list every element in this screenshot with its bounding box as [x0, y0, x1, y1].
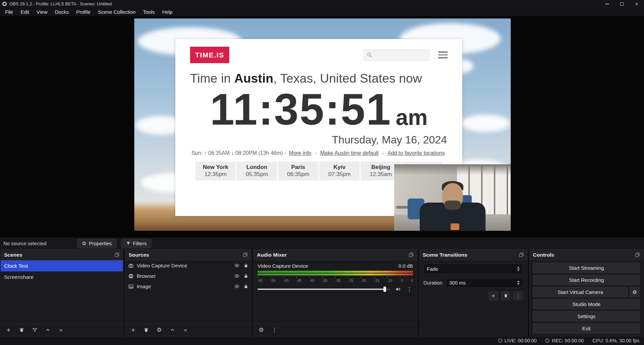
mixer-level-db: 0.0 dB	[399, 263, 413, 269]
obs-window: OBS 29.1.2 - Profile: LLHLS BETA - Scene…	[0, 0, 644, 345]
add-source-button[interactable]	[129, 327, 137, 334]
remove-source-button[interactable]	[142, 327, 150, 334]
controls-dock: Controls Start Streaming Start Recording…	[529, 249, 644, 336]
exit-button[interactable]: Exit	[533, 323, 640, 334]
meter-tick-marks	[258, 276, 413, 278]
lock-icon[interactable]	[244, 273, 248, 278]
settings-button[interactable]: Settings	[533, 311, 640, 321]
controls-dock-title: Controls	[533, 252, 635, 258]
properties-button[interactable]: ⚙ Properties	[77, 239, 117, 248]
source-toolbar: No source selected ⚙ Properties Filters	[0, 238, 644, 249]
chevron-up-down-icon	[517, 267, 520, 271]
scene-item-clock-test[interactable]: Clock Test	[1, 260, 123, 271]
preview-canvas[interactable]: TIME.IS Time in Austin, Texas, United St…	[134, 18, 511, 231]
status-bar: LIVE: 00:00:00 REC: 00:00:00 CPU: 0.6%, …	[0, 336, 644, 345]
source-item-image[interactable]: Image	[125, 281, 251, 292]
virtual-camera-config-gear-icon[interactable]: ⚙	[630, 287, 640, 297]
source-properties-button[interactable]: ⚙	[155, 327, 163, 334]
remove-transition-button[interactable]	[501, 291, 511, 300]
rec-status-icon	[545, 339, 549, 343]
menu-file[interactable]: File	[1, 9, 17, 15]
menu-profile[interactable]: Profile	[73, 9, 94, 15]
webcam-overlay[interactable]	[394, 164, 511, 231]
move-source-down-button[interactable]	[182, 327, 189, 334]
page-title: Time in Austin, Texas, United States now	[190, 72, 448, 86]
scene-item-screenshare[interactable]: Screenshare	[1, 271, 123, 283]
speaker-icon[interactable]	[394, 286, 402, 293]
obs-logo-icon	[2, 1, 7, 6]
channel-menu-dots-icon[interactable]: ⋮	[406, 286, 413, 293]
volume-slider-handle[interactable]	[383, 287, 386, 292]
clock-time: 11:35:51	[210, 86, 392, 133]
lock-icon[interactable]	[244, 263, 248, 268]
menu-tools[interactable]: Tools	[139, 9, 158, 15]
clock-ampm: am	[396, 106, 427, 128]
move-scene-down-button[interactable]	[57, 327, 64, 334]
make-default-link[interactable]: Make Austin time default	[320, 150, 379, 156]
duration-label: Duration	[423, 280, 443, 286]
add-transition-button[interactable]	[489, 291, 498, 300]
maximize-button[interactable]	[614, 0, 629, 8]
world-clock-london[interactable]: London 05:35pm	[237, 162, 277, 180]
site-search-box[interactable]	[364, 49, 429, 61]
rec-status: REC: 00:00:00	[545, 338, 584, 343]
start-streaming-button[interactable]: Start Streaming	[533, 263, 640, 273]
source-item-browser[interactable]: Browser	[125, 271, 251, 281]
scene-filters-button[interactable]	[31, 327, 38, 334]
search-input[interactable]	[374, 52, 441, 58]
minimize-button[interactable]	[600, 0, 614, 8]
visibility-eye-icon[interactable]	[234, 284, 240, 289]
menu-edit[interactable]: Edit	[17, 9, 33, 15]
person-beard	[445, 201, 461, 210]
menu-scene-collection[interactable]: Scene Collection	[94, 9, 140, 15]
city-name: Austin	[234, 72, 273, 85]
dock-popout-icon[interactable]	[114, 252, 120, 257]
audio-mixer-dock: Audio Mixer Video Capture Device 0.0 dB …	[253, 249, 417, 336]
menu-help[interactable]: Help	[158, 9, 176, 15]
scenes-dock-title: Scenes	[4, 252, 114, 258]
dock-popout-icon[interactable]	[519, 252, 524, 257]
move-scene-up-button[interactable]	[44, 327, 51, 334]
visibility-eye-icon[interactable]	[234, 273, 240, 278]
start-recording-button[interactable]: Start Recording	[533, 275, 640, 285]
menu-docks[interactable]: Docks	[51, 9, 73, 15]
hamburger-menu-icon[interactable]	[438, 51, 448, 58]
visibility-eye-icon[interactable]	[234, 263, 240, 268]
move-source-up-button[interactable]	[169, 327, 176, 334]
more-info-link[interactable]: More info	[289, 150, 312, 156]
docks-row: Scenes Clock Test Screenshare	[0, 249, 644, 336]
start-virtual-camera-button[interactable]: Start Virtual Camera	[533, 287, 628, 297]
add-scene-button[interactable]	[5, 327, 12, 334]
cloud-decoration	[461, 115, 510, 132]
lock-icon[interactable]	[244, 284, 248, 289]
advanced-audio-properties-button[interactable]: ⚙	[258, 327, 265, 334]
add-favorite-link[interactable]: Add to favorite locations	[387, 150, 445, 156]
menu-view[interactable]: View	[33, 9, 51, 15]
world-clock-kyiv[interactable]: Kyiv 07:35pm	[319, 162, 360, 180]
preview-area: TIME.IS Time in Austin, Texas, United St…	[0, 16, 644, 238]
mixer-menu-dots-icon[interactable]: ⋮	[271, 327, 278, 334]
duration-spinbox[interactable]: 300 ms	[446, 277, 523, 288]
close-button[interactable]: ✕	[629, 0, 644, 8]
scenes-dock: Scenes Clock Test Screenshare	[0, 249, 123, 336]
audio-mixer-dock-title: Audio Mixer	[257, 252, 409, 258]
transition-select[interactable]: Fade	[423, 264, 523, 274]
filters-button[interactable]: Filters	[121, 239, 151, 248]
remove-scene-button[interactable]	[18, 327, 25, 334]
dock-popout-icon[interactable]	[409, 252, 414, 257]
transition-menu-dots-icon[interactable]: ⋮	[513, 291, 523, 300]
title-bar: OBS 29.1.2 - Profile: LLHLS BETA - Scene…	[0, 0, 644, 8]
volume-slider[interactable]	[258, 289, 390, 290]
world-clock-new-york[interactable]: New York 12:35pm	[195, 162, 236, 180]
world-clock-paris[interactable]: Paris 06:35pm	[278, 162, 318, 180]
source-item-video-capture[interactable]: Video Capture Device	[125, 260, 251, 271]
search-icon	[367, 52, 372, 58]
sun-info-line: Sun: ↑ 06:35AM ↓ 08:20PM (13h 46m) - Mor…	[190, 150, 448, 156]
dock-popout-icon[interactable]	[635, 252, 640, 257]
dock-popout-icon[interactable]	[243, 252, 248, 257]
digital-clock: 11:35:51 am	[190, 86, 448, 133]
sun-times: Sun: ↑ 06:35AM ↓ 08:20PM (13h 46m) -	[191, 150, 286, 156]
timeis-logo[interactable]: TIME.IS	[190, 47, 229, 63]
menu-bar: File Edit View Docks Profile Scene Colle…	[0, 8, 644, 16]
studio-mode-button[interactable]: Studio Mode	[533, 299, 640, 309]
